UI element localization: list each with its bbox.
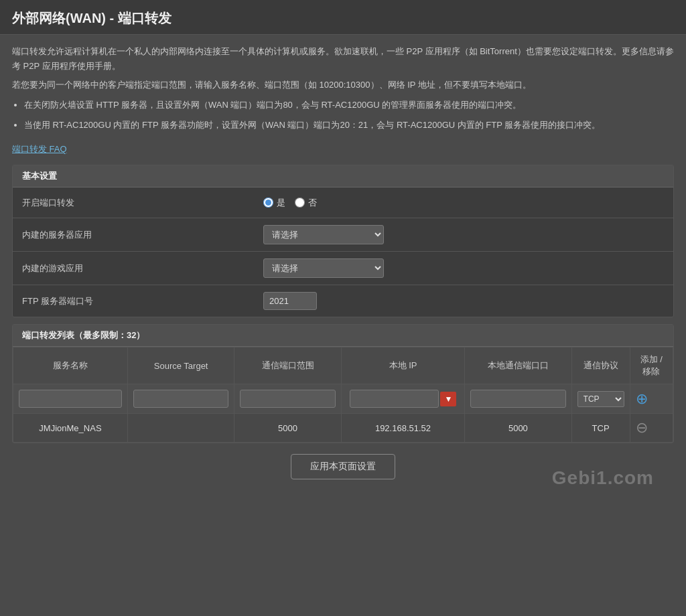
description-intro: 端口转发允许远程计算机在一个私人的内部网络内连接至一个具体的计算机或服务。欲加速…	[12, 44, 674, 74]
radio-no-option[interactable]: 否	[295, 197, 317, 209]
radio-yes-input[interactable]	[263, 198, 273, 208]
ftp-input[interactable]	[263, 292, 317, 310]
port-table-section: 端口转发列表（最多限制：32） 服务名称 Source Target 通信端口范…	[12, 324, 674, 443]
cell-protocol-select: TCP UDP BOTH	[571, 384, 630, 414]
game-app-controls: 请选择	[263, 258, 384, 278]
cell-service-name-input	[13, 384, 128, 414]
server-app-select[interactable]: 请选择	[263, 225, 384, 244]
col-source-target: Source Target	[127, 348, 234, 384]
watermark: Gebi1.com	[552, 467, 654, 489]
apply-btn-row: 应用本页面设置 Gebi1.com	[12, 443, 674, 489]
col-local-ip: 本地 IP	[341, 348, 464, 384]
server-app-controls: 请选择	[263, 225, 384, 244]
table-row: JMJionMe_NAS 5000 192.168.51.52 5000 TCP…	[13, 414, 673, 443]
game-app-select[interactable]: 请选择	[263, 258, 384, 278]
cell-service-name-value: JMJionMe_NAS	[13, 414, 128, 443]
basic-settings-section: 基本设置 开启端口转发 是 否 内建的服务器应用	[12, 165, 674, 317]
port-range-field[interactable]	[240, 390, 335, 408]
main-content: 端口转发允许远程计算机在一个私人的内部网络内连接至一个具体的计算机或服务。欲加速…	[0, 35, 686, 498]
cell-port-range-input	[234, 384, 341, 414]
col-add-remove: 添加 / 移除	[630, 348, 673, 384]
cell-protocol-value: TCP	[571, 414, 630, 443]
enable-forwarding-row: 开启端口转发 是 否	[13, 187, 673, 218]
page-title: 外部网络(WAN) - 端口转发	[12, 9, 674, 27]
port-table-header: 端口转发列表（最多限制：32）	[13, 325, 673, 347]
enable-forwarding-label: 开启端口转发	[22, 197, 263, 209]
ip-dropdown-btn[interactable]: ▼	[440, 392, 456, 406]
description-bullet2: 当使用 RT-AC1200GU 内置的 FTP 服务器功能时，设置外网（WAN …	[24, 118, 674, 133]
port-forwarding-table: 服务名称 Source Target 通信端口范围 本地 IP 本地通信端口口 …	[13, 347, 673, 443]
radio-no-label: 否	[308, 197, 317, 209]
game-app-row: 内建的游戏应用 请选择	[13, 252, 673, 285]
server-app-row: 内建的服务器应用 请选择	[13, 218, 673, 252]
cell-local-ip-value: 192.168.51.52	[341, 414, 464, 443]
cell-source-target-value	[127, 414, 234, 443]
radio-yes-label: 是	[277, 197, 285, 209]
basic-settings-header: 基本设置	[13, 165, 673, 187]
header-bar: 外部网络(WAN) - 端口转发	[0, 0, 686, 35]
description-extra: 若您要为同一个网络中的客户端指定端口范围，请输入服务名称、端口范围（如 1020…	[12, 78, 674, 92]
server-app-label: 内建的服务器应用	[22, 229, 263, 241]
radio-yes-option[interactable]: 是	[263, 197, 285, 209]
ftp-label: FTP 服务器端口号	[22, 295, 263, 307]
game-app-label: 内建的游戏应用	[22, 262, 263, 275]
ftp-row: FTP 服务器端口号	[13, 285, 673, 317]
col-protocol: 通信协议	[571, 348, 630, 384]
cell-local-ip-input: ▼	[341, 384, 464, 414]
col-port-range: 通信端口范围	[234, 348, 341, 384]
cell-source-target-input	[127, 384, 234, 414]
description-block: 端口转发允许远程计算机在一个私人的内部网络内连接至一个具体的计算机或服务。欲加速…	[12, 44, 674, 133]
source-target-field[interactable]	[133, 390, 228, 408]
table-row: ▼ TCP UDP BOTH	[13, 384, 673, 414]
apply-button[interactable]: 应用本页面设置	[291, 454, 395, 479]
cell-local-port-input	[465, 384, 571, 414]
table-header-row: 服务名称 Source Target 通信端口范围 本地 IP 本地通信端口口 …	[13, 348, 673, 384]
remove-row-button[interactable]: ⊖	[636, 419, 648, 437]
page-container: 外部网络(WAN) - 端口转发 端口转发允许远程计算机在一个私人的内部网络内连…	[0, 0, 686, 616]
cell-add-btn: ⊕	[630, 384, 673, 414]
description-bullet1: 在关闭防火墙设置 HTTP 服务器，且设置外网（WAN 端口）端口为80，会与 …	[24, 98, 674, 112]
col-service-name: 服务名称	[13, 348, 128, 384]
col-local-port: 本地通信端口口	[465, 348, 571, 384]
local-port-field[interactable]	[470, 390, 565, 408]
add-row-button[interactable]: ⊕	[636, 390, 648, 408]
cell-port-range-value: 5000	[234, 414, 341, 443]
service-name-field[interactable]	[19, 390, 122, 408]
port-table-title: 端口转发列表（最多限制：32）	[22, 330, 145, 340]
radio-no-input[interactable]	[295, 198, 305, 208]
enable-forwarding-controls: 是 否	[263, 197, 317, 209]
ftp-controls	[263, 292, 317, 310]
cell-remove-btn: ⊖	[630, 414, 673, 443]
faq-link[interactable]: 端口转发 FAQ	[12, 143, 67, 155]
basic-settings-title: 基本设置	[22, 171, 57, 181]
local-ip-field[interactable]	[350, 390, 439, 408]
protocol-select[interactable]: TCP UDP BOTH	[577, 391, 624, 407]
cell-local-port-value: 5000	[465, 414, 571, 443]
